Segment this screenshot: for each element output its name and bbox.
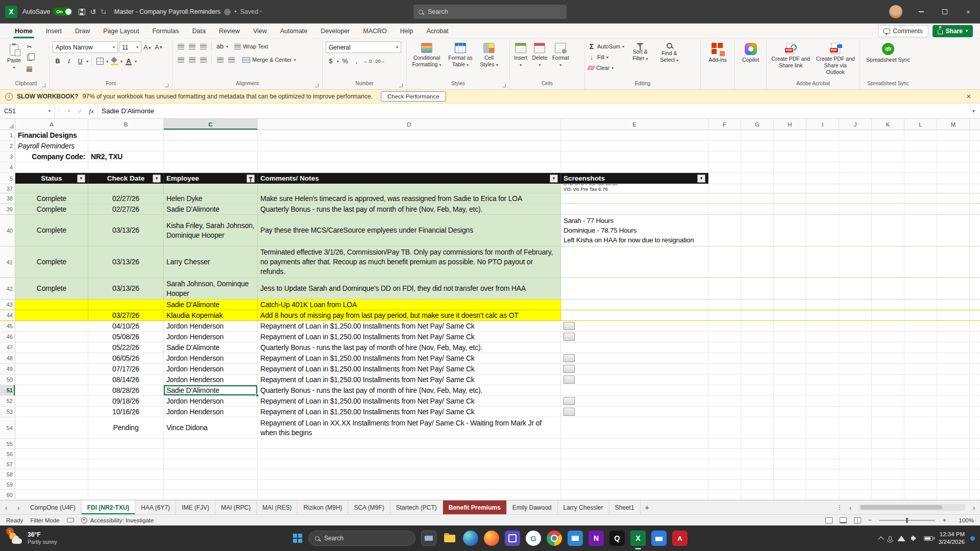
- column-header-C[interactable]: C: [164, 119, 258, 130]
- table-header-comments-notes[interactable]: Comments/ Notes▾: [258, 173, 561, 184]
- firefox-icon[interactable]: [484, 531, 499, 546]
- number-dialog-launcher[interactable]: [399, 84, 403, 87]
- cell-D44[interactable]: Add 8 hours of missing pay from last pay…: [258, 310, 561, 320]
- row-header-51[interactable]: 51: [0, 385, 15, 395]
- cell-C53[interactable]: Jordon Henderson: [164, 407, 258, 417]
- close-button[interactable]: ×: [957, 0, 980, 23]
- cell-D52[interactable]: Repayment of Loan in $1,250.00 Installme…: [258, 396, 561, 406]
- wrap-text-button[interactable]: Wrap Text: [234, 41, 268, 52]
- cell-C3[interactable]: [164, 152, 258, 162]
- orientation-dropdown-icon[interactable]: ▾: [226, 44, 228, 49]
- cell-E55[interactable]: [561, 439, 708, 448]
- addins-button[interactable]: Add-ins: [707, 41, 728, 63]
- cell-D58[interactable]: [258, 469, 561, 479]
- cell-D45[interactable]: Repayment of Loan in $1,250.00 Installme…: [258, 321, 561, 331]
- cell-A40[interactable]: Complete: [15, 215, 88, 246]
- cell-E60[interactable]: [561, 490, 708, 499]
- app-search-box[interactable]: Search: [413, 5, 567, 19]
- cell-C55[interactable]: [164, 439, 258, 448]
- empty-columns[interactable]: [708, 417, 980, 438]
- filter-dropdown-button[interactable]: ▾: [77, 174, 85, 183]
- row-header-58[interactable]: 58: [0, 469, 15, 479]
- empty-columns[interactable]: [708, 396, 980, 406]
- empty-columns[interactable]: [708, 246, 980, 278]
- ribbon-tab-help[interactable]: Help: [394, 23, 420, 38]
- cell-E49[interactable]: [561, 364, 708, 374]
- cell-A37[interactable]: [15, 184, 88, 193]
- empty-columns[interactable]: [708, 193, 980, 204]
- sheet-tab-larry-chessler[interactable]: Larry Chessler: [558, 500, 609, 514]
- align-top-icon[interactable]: [176, 41, 186, 52]
- cell-E37[interactable]: STD STD Post Tax 23.30VIS Vis Pre Tax 6.…: [561, 184, 708, 193]
- ribbon-tab-review[interactable]: Review: [212, 23, 247, 38]
- fill-button[interactable]: ↓Fill▾: [588, 52, 624, 62]
- filter-dropdown-button[interactable]: ▾: [550, 174, 558, 183]
- ribbon-tab-macro[interactable]: MACRO: [356, 23, 394, 38]
- paste-button[interactable]: Paste▾: [6, 41, 22, 70]
- sheet-tab-mai-res-[interactable]: MAI (RES): [257, 500, 298, 514]
- screenshot-thumbnail[interactable]: [564, 397, 575, 405]
- chrome-icon[interactable]: [547, 531, 562, 546]
- cell-styles-button[interactable]: Cell Styles ▾: [477, 41, 501, 68]
- cell-C42[interactable]: Sarah Johnson, Dominque Hooper: [164, 278, 258, 299]
- row-header-41[interactable]: 41: [0, 246, 15, 278]
- table-header-status[interactable]: Status▾: [15, 173, 88, 184]
- cell-A42[interactable]: Complete: [15, 278, 88, 299]
- empty-columns[interactable]: [708, 459, 980, 469]
- row-header-59[interactable]: 59: [0, 480, 15, 489]
- empty-columns[interactable]: [708, 321, 980, 331]
- percent-style-icon[interactable]: %: [340, 56, 350, 66]
- cell-A49[interactable]: [15, 364, 88, 374]
- screenshot-thumbnail[interactable]: [564, 408, 575, 416]
- cell-B41[interactable]: 03/13/26: [88, 246, 164, 278]
- document-title-area[interactable]: Master - Company Payroll Reminders • Sav…: [114, 8, 262, 15]
- cell-E50[interactable]: [561, 374, 708, 385]
- battery-icon[interactable]: [924, 536, 933, 541]
- column-header-I[interactable]: I: [806, 119, 839, 130]
- empty-columns[interactable]: [708, 342, 980, 353]
- autosum-button[interactable]: ΣAutoSum▾: [588, 41, 624, 52]
- fill-handle[interactable]: [256, 394, 259, 397]
- cell-E39[interactable]: [561, 204, 708, 214]
- cell-E53[interactable]: [561, 407, 708, 417]
- cell-D3[interactable]: [258, 152, 561, 162]
- acrobat-icon[interactable]: A: [672, 531, 688, 546]
- row-header-57[interactable]: 57: [0, 459, 15, 469]
- insert-cells-button[interactable]: Insert▾: [513, 41, 528, 68]
- styles-dialog-launcher[interactable]: [502, 84, 506, 87]
- cell-B54[interactable]: Pending: [88, 417, 164, 438]
- cell-A3[interactable]: Company Code:: [15, 152, 88, 162]
- sheet-nav-left-icon[interactable]: ‹: [0, 500, 12, 514]
- cell-A48[interactable]: [15, 353, 88, 363]
- font-name-select[interactable]: Aptos Narrow▾: [53, 41, 118, 53]
- cell-C50[interactable]: Jordon Henderson: [164, 374, 258, 385]
- empty-columns[interactable]: [708, 278, 980, 299]
- filter-dropdown-button[interactable]: ▾: [153, 174, 161, 183]
- format-as-table-button[interactable]: Format as Table ▾: [446, 41, 475, 68]
- page-break-view-icon[interactable]: [854, 517, 861, 523]
- row-header-1[interactable]: 1: [0, 130, 15, 140]
- ribbon-tab-data[interactable]: Data: [185, 23, 212, 38]
- cell-C51[interactable]: Sadie D'Alimonte: [164, 385, 258, 395]
- cell-D39[interactable]: Quarterly Bonus - runs the last pay of m…: [258, 204, 561, 214]
- cell-D50[interactable]: Repayment of Loan in $1,250.00 Installme…: [258, 374, 561, 385]
- check-performance-button[interactable]: Check Performance: [381, 91, 446, 102]
- google-icon[interactable]: G: [526, 531, 541, 546]
- cell-D42[interactable]: Jess to Update Sarah and Dominque's DD o…: [258, 278, 561, 299]
- select-all-corner[interactable]: [0, 119, 15, 130]
- cell-C56[interactable]: [164, 449, 258, 459]
- screenshot-thumbnail[interactable]: [564, 354, 575, 362]
- underline-icon[interactable]: U: [75, 56, 85, 66]
- cell-D53[interactable]: Repayment of Loan in $1,250.00 Installme…: [258, 407, 561, 417]
- cell-E2[interactable]: [561, 141, 708, 151]
- cell-D2[interactable]: [258, 141, 561, 151]
- cell-C4[interactable]: [164, 162, 258, 172]
- zoom-slider[interactable]: [879, 520, 935, 521]
- sheet-tab-ime-fjv-[interactable]: IME (FJV): [176, 500, 215, 514]
- row-header-45[interactable]: 45: [0, 321, 15, 331]
- cell-C45[interactable]: Jordon Henderson: [164, 321, 258, 331]
- purple-app-icon[interactable]: [505, 531, 520, 546]
- row-header-53[interactable]: 53: [0, 407, 15, 417]
- redo-button[interactable]: ↻▾: [100, 8, 106, 16]
- increase-decimal-icon[interactable]: ←.0: [362, 56, 373, 66]
